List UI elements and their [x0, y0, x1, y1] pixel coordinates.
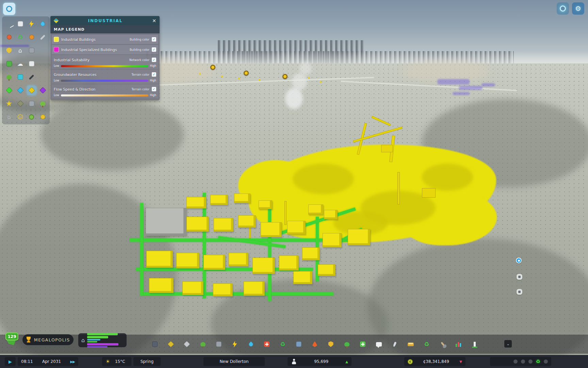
industrial-diamond-icon [53, 18, 59, 24]
welfare-button[interactable] [358, 340, 367, 349]
police-button[interactable] [326, 340, 335, 349]
infoview-item-landmarks[interactable] [4, 99, 14, 108]
infoview-item-administration[interactable]: ⌂ [16, 46, 25, 55]
garbage-icon: ♻ [278, 340, 287, 349]
city-name-button[interactable]: New Dollerton [203, 357, 265, 366]
smoke-plume [299, 62, 312, 75]
milestone-button[interactable]: MEGALOPOLIS [22, 334, 74, 345]
trophy-icon [26, 337, 31, 343]
infoview-item-terrain[interactable] [4, 72, 14, 82]
infoview-item-police[interactable] [4, 46, 14, 55]
temperature-value: 15°C [112, 359, 128, 364]
recycle-status-icon[interactable]: ♻ [536, 358, 540, 365]
play-pause-button[interactable]: ▶ [5, 357, 16, 366]
infoview-item-happiness[interactable]: ☺ [16, 112, 25, 122]
money-down-icon: ▼ [459, 360, 462, 364]
economy-button[interactable]: ♻ [422, 340, 431, 349]
demolish-button[interactable] [150, 340, 159, 349]
infoview-item-fire-hazard[interactable] [27, 32, 36, 42]
infoview-item-notifications[interactable] [38, 112, 48, 122]
toolbar-collapse-toggle[interactable]: ⌄ [504, 340, 512, 348]
infoview-item-roads[interactable] [4, 19, 14, 29]
infoview-item-routes[interactable] [27, 99, 36, 108]
infoview-item-forestry[interactable] [38, 99, 48, 108]
buildings-button[interactable] [214, 340, 223, 349]
status-dot-icon[interactable] [513, 359, 518, 364]
infoview-item-pipes[interactable] [27, 72, 36, 82]
maintenance-icon [38, 33, 47, 42]
infoview-item-industrial-zones[interactable] [27, 86, 36, 95]
legend-item-meta: Terrain color [132, 73, 149, 76]
zones-button[interactable] [166, 340, 175, 349]
education-button[interactable] [294, 340, 303, 349]
legend-visibility-checkbox[interactable]: ✓ [152, 58, 156, 62]
industry-map-marker [244, 71, 249, 76]
infoview-item-buildings[interactable]: ⌂ [4, 112, 14, 122]
population-panel[interactable]: 95,699 ▲ [288, 357, 352, 366]
infoview-item-garbage[interactable]: ♻ [16, 32, 25, 42]
roads-button[interactable] [182, 340, 191, 349]
weather-panel[interactable]: ☀ 15°C [102, 357, 131, 366]
infoview-item-office-zones[interactable] [38, 86, 48, 95]
electricity-button[interactable] [230, 340, 239, 349]
signature-buildings-button[interactable] [390, 340, 399, 349]
infoview-item-pollution[interactable] [4, 32, 14, 42]
infoview-item-transport[interactable] [27, 46, 36, 55]
infoview-item-traffic[interactable] [16, 19, 25, 29]
demolish-icon [150, 340, 159, 349]
landmarks-button[interactable] [470, 340, 479, 349]
infoview-item-maintenance[interactable] [38, 32, 48, 42]
transportation-button[interactable] [406, 340, 415, 349]
city-name: New Dollerton [219, 359, 248, 364]
infoview-item-tourism[interactable] [16, 72, 25, 82]
fire-rescue-icon [310, 340, 319, 349]
demand-panel[interactable]: ⌂ [78, 333, 127, 347]
legend-visibility-checkbox[interactable]: ✓ [152, 37, 156, 42]
industrial-building [348, 229, 370, 245]
legend-item-label: Industrial Buildings [61, 37, 127, 42]
map-notification-icon[interactable] [517, 274, 522, 280]
map-notification-icon[interactable] [517, 289, 522, 295]
zones-icon [166, 340, 175, 349]
industrial-building [259, 200, 272, 209]
close-icon[interactable]: ✕ [151, 18, 157, 24]
legend-visibility-checkbox[interactable]: ✓ [152, 87, 156, 91]
map-notification-icon[interactable] [516, 258, 522, 263]
status-dot-icon[interactable] [544, 359, 548, 364]
communications-icon [374, 340, 383, 349]
infoview-item-resources[interactable] [16, 99, 25, 108]
infoview-item-parks[interactable] [4, 59, 14, 68]
education-icon [294, 340, 303, 349]
industrial-building [308, 204, 323, 215]
status-dot-icon[interactable] [528, 359, 533, 364]
population-value: 95,699 [299, 359, 343, 364]
communications-button[interactable] [374, 340, 383, 349]
fast-forward-button[interactable]: ▶▶ [70, 360, 75, 364]
fire-rescue-button[interactable] [310, 340, 319, 349]
water-sewage-button[interactable] [246, 340, 255, 349]
infoviews-toggle-button[interactable] [3, 3, 15, 15]
garbage-button[interactable]: ♻ [278, 340, 287, 349]
electricity-icon [27, 19, 36, 28]
infoview-item-weather[interactable]: ☁ [16, 59, 25, 68]
status-dot-icon[interactable] [521, 359, 525, 364]
infoview-item-economy[interactable] [27, 112, 36, 122]
city-level-badge[interactable]: 129 [5, 333, 18, 340]
money-panel[interactable]: ¢ ¢38,341,849 ▼ [404, 357, 466, 366]
landscaping-button[interactable] [438, 340, 447, 349]
ore-shading [422, 164, 473, 191]
settings-button[interactable]: ⚙ [572, 2, 584, 15]
landmarks-icon [5, 99, 14, 108]
infoview-item-commercial-zones[interactable] [16, 86, 25, 95]
healthcare-button[interactable] [262, 340, 271, 349]
infoview-item-residential-zones[interactable] [4, 86, 14, 95]
infoview-item-public-transport[interactable] [27, 59, 36, 68]
parks-recreation-button[interactable] [342, 340, 351, 349]
help-button[interactable] [557, 2, 569, 15]
infoview-item-water[interactable] [38, 19, 48, 29]
infoview-item-electricity[interactable] [27, 19, 36, 29]
statistics-button[interactable] [454, 340, 463, 349]
legend-visibility-checkbox[interactable]: ✓ [152, 72, 156, 77]
vegetation-button[interactable] [198, 340, 207, 349]
legend-visibility-checkbox[interactable]: ✓ [152, 47, 156, 52]
